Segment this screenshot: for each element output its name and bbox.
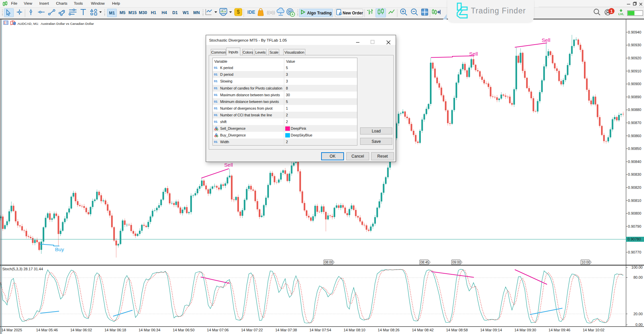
- svg-text:14 Mar 06:02: 14 Mar 06:02: [70, 328, 92, 332]
- svg-text:0.90850: 0.90850: [628, 147, 641, 151]
- svg-text:LVL: LVL: [618, 12, 624, 16]
- svg-text:Buy: Buy: [55, 246, 64, 252]
- svg-text:((o)): ((o)): [267, 10, 275, 15]
- svg-text:AUDCAD, M1: Australian Dollar: AUDCAD, M1: Australian Dollar vs Canadia…: [17, 22, 94, 25]
- svg-text:Sell: Sell: [542, 37, 550, 43]
- svg-text:0.90900: 0.90900: [628, 82, 641, 86]
- svg-text:08:45: 08:45: [420, 261, 429, 264]
- svg-text:0.00: 0.00: [636, 323, 643, 327]
- svg-text:0.90880: 0.90880: [628, 108, 641, 112]
- svg-text:Stoch(5,3,3) 28.17 31.44: Stoch(5,3,3) 28.17 31.44: [2, 267, 43, 271]
- svg-text:14 Mar 06:50: 14 Mar 06:50: [173, 328, 195, 332]
- svg-text:14 Mar 08:26: 14 Mar 08:26: [378, 328, 400, 332]
- svg-text:0.90820: 0.90820: [628, 185, 641, 189]
- svg-text:0.90890: 0.90890: [628, 95, 641, 99]
- svg-text:14 Mar 06:18: 14 Mar 06:18: [104, 328, 126, 332]
- svg-text:08:00: 08:00: [325, 261, 333, 264]
- svg-text:14 Mar 10:02: 14 Mar 10:02: [583, 328, 604, 332]
- svg-text:0.90790: 0.90790: [628, 224, 641, 228]
- svg-text:0.90860: 0.90860: [628, 134, 641, 138]
- svg-text:80.00: 80.00: [633, 275, 643, 279]
- svg-text:0.90910: 0.90910: [628, 69, 641, 73]
- svg-text:0.90940: 0.90940: [628, 30, 641, 34]
- svg-text:0.90810: 0.90810: [628, 199, 641, 203]
- svg-text:14 Mar 09:46: 14 Mar 09:46: [549, 328, 571, 332]
- svg-text:0.90870: 0.90870: [628, 121, 641, 125]
- svg-text:14 Mar 2025: 14 Mar 2025: [1, 328, 22, 332]
- svg-text:0.90830: 0.90830: [628, 172, 641, 176]
- svg-text:$: $: [237, 9, 240, 15]
- svg-text:14 Mar 07:06: 14 Mar 07:06: [207, 328, 229, 332]
- svg-text:0.90800: 0.90800: [628, 211, 641, 215]
- svg-text:14 Mar 08:58: 14 Mar 08:58: [446, 328, 468, 332]
- svg-text:1: 1: [610, 9, 612, 14]
- svg-text:Sell: Sell: [469, 51, 478, 57]
- svg-text:20.00: 20.00: [633, 312, 643, 316]
- svg-text:0.90930: 0.90930: [628, 43, 641, 47]
- svg-text:0.90780: 0.90780: [628, 237, 641, 241]
- svg-text:14 Mar 07:38: 14 Mar 07:38: [275, 328, 297, 332]
- svg-text:0.90770: 0.90770: [628, 250, 641, 254]
- svg-text:10:00: 10:00: [582, 261, 590, 264]
- svg-text:14 Mar 07:22: 14 Mar 07:22: [241, 328, 263, 332]
- svg-text:IDE: IDE: [247, 9, 255, 15]
- svg-text:14 Mar 08:10: 14 Mar 08:10: [344, 328, 365, 332]
- svg-text:09:00: 09:00: [452, 261, 461, 264]
- svg-text:0.90840: 0.90840: [628, 160, 641, 164]
- svg-text:14 Mar 05:46: 14 Mar 05:46: [36, 328, 58, 332]
- svg-text:0.90920: 0.90920: [628, 56, 641, 60]
- svg-text:14 Mar 07:54: 14 Mar 07:54: [309, 328, 331, 332]
- svg-text:14 Mar 09:14: 14 Mar 09:14: [480, 328, 502, 332]
- svg-text:14 Mar 06:34: 14 Mar 06:34: [139, 328, 160, 332]
- svg-text:Sell: Sell: [224, 162, 233, 168]
- svg-text:14 Mar 09:30: 14 Mar 09:30: [514, 328, 536, 332]
- svg-text:14 Mar 08:42: 14 Mar 08:42: [412, 328, 434, 332]
- svg-text:100.00: 100.00: [631, 265, 643, 269]
